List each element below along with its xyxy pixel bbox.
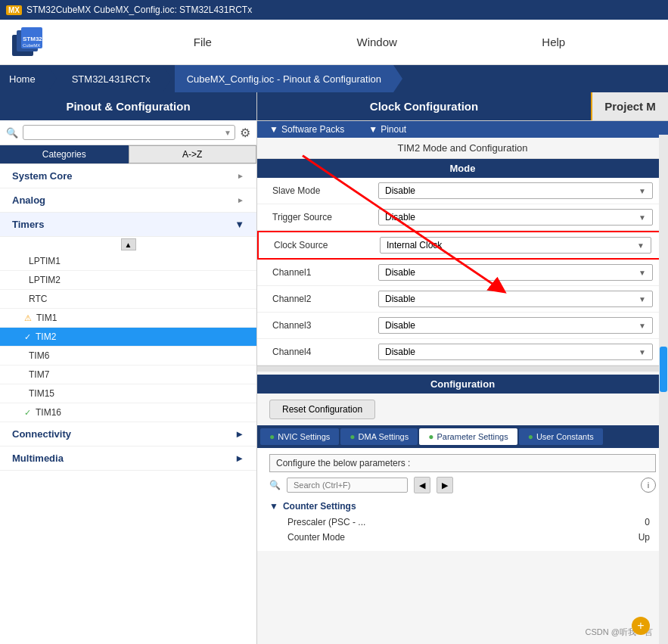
channel4-select[interactable]: Disable ▼ xyxy=(378,344,653,360)
breadcrumb-device[interactable]: STM32L431RCTx xyxy=(60,65,163,92)
channel1-row: Channel1 Disable ▼ xyxy=(257,260,668,286)
sidebar-item-tim6[interactable]: TIM6 xyxy=(0,347,256,366)
menu-bar: STM32 CubeMX File Window Help xyxy=(0,20,668,65)
trigger-source-select[interactable]: Disable ▼ xyxy=(378,209,653,226)
channel1-label: Channel1 xyxy=(272,267,378,278)
sidebar-item-rtc[interactable]: RTC xyxy=(0,290,256,309)
prescaler-value: 0 xyxy=(604,517,650,527)
channel4-row: Channel4 Disable ▼ xyxy=(257,339,668,366)
breadcrumb: Home STM32L431RCTx CubeMX_Config.ioc - P… xyxy=(0,65,668,92)
menu-help[interactable]: Help xyxy=(530,33,577,51)
tim2-title: TIM2 Mode and Configuration xyxy=(257,138,668,159)
settings-gear-button[interactable]: ⚙ xyxy=(240,126,250,140)
timers-chevron: ▼ xyxy=(235,219,244,230)
connectivity-header[interactable]: Connectivity ► xyxy=(0,422,256,446)
channel4-chevron: ▼ xyxy=(638,348,646,356)
counter-settings-header[interactable]: ▼ Counter Settings xyxy=(269,498,656,515)
prev-result-button[interactable]: ◀ xyxy=(414,477,430,493)
multimedia-header[interactable]: Multimedia ► xyxy=(0,446,256,471)
section-multimedia: Multimedia ► xyxy=(0,446,256,471)
scrollbar-thumb xyxy=(660,347,667,392)
sidebar-item-lptim2[interactable]: LPTIM2 xyxy=(0,271,256,290)
settings-tabs-row: ● NVIC Settings ● DMA Settings ● Paramet… xyxy=(257,425,668,448)
channel3-label: Channel3 xyxy=(272,320,378,331)
connectivity-chevron: ► xyxy=(235,428,244,440)
menu-file[interactable]: File xyxy=(182,33,224,51)
config-section: Configuration Reset Configuration ● NVIC… xyxy=(257,375,668,551)
slave-mode-select[interactable]: Disable ▼ xyxy=(378,182,653,199)
tab-categories[interactable]: Categories xyxy=(0,145,129,163)
content-area: TIM2 Mode and Configuration Mode Slave M… xyxy=(257,138,668,644)
breadcrumb-home[interactable]: Home xyxy=(0,65,48,92)
main-layout: Pinout & Configuration 🔍 ▼ ⚙ Categories … xyxy=(0,92,668,644)
title-text: STM32CubeMX CubeMX_Config.ioc: STM32L431… xyxy=(26,5,252,15)
system-core-header[interactable]: System Core ► xyxy=(0,164,256,188)
scroll-up-button[interactable]: ▲ xyxy=(121,238,136,250)
analog-chevron: ► xyxy=(237,196,244,204)
clock-source-row: Clock Source Internal Clock ▼ xyxy=(257,231,668,260)
reset-config-button[interactable]: Reset Configuration xyxy=(269,400,375,419)
clock-source-label: Clock Source xyxy=(274,240,380,250)
search-params-row: 🔍 ◀ ▶ i xyxy=(269,477,656,493)
tab-nvic[interactable]: ● NVIC Settings xyxy=(260,428,339,445)
sub-tabs: ▼ Software Packs ▼ Pinout xyxy=(257,121,668,138)
channel2-chevron: ▼ xyxy=(638,295,646,303)
tab-az[interactable]: A->Z xyxy=(129,145,257,163)
search-input[interactable] xyxy=(26,127,224,138)
right-panel-clock-tab[interactable]: Clock Configuration xyxy=(257,92,592,120)
search-wrap[interactable]: ▼ xyxy=(23,125,235,140)
sidebar-item-tim1[interactable]: ⚠ TIM1 xyxy=(0,309,256,328)
search-toolbar: 🔍 ▼ ⚙ xyxy=(0,120,256,145)
clock-source-select[interactable]: Internal Clock ▼ xyxy=(380,237,651,254)
tab-dma[interactable]: ● DMA Settings xyxy=(340,428,418,445)
system-core-chevron: ► xyxy=(237,172,244,180)
sidebar-list: System Core ► Analog ► Timers ▼ xyxy=(0,164,256,644)
prescaler-label: Prescaler (PSC - ... xyxy=(287,517,604,527)
stm32-logo: STM32 CubeMX xyxy=(12,27,42,58)
section-connectivity: Connectivity ► xyxy=(0,422,256,446)
sidebar-item-tim2[interactable]: ✓ TIM2 xyxy=(0,328,256,347)
svg-text:STM32: STM32 xyxy=(23,36,42,42)
section-system-core: System Core ► xyxy=(0,164,256,188)
svg-text:CubeMX: CubeMX xyxy=(23,43,40,48)
param-dot: ● xyxy=(428,431,433,442)
channel1-chevron: ▼ xyxy=(638,269,646,277)
add-button[interactable]: + xyxy=(632,617,650,635)
search-icon: 🔍 xyxy=(6,127,18,138)
info-button[interactable]: i xyxy=(641,478,656,493)
sidebar-item-tim15[interactable]: TIM15 xyxy=(0,384,256,403)
right-scrollbar[interactable] xyxy=(659,135,668,644)
tim2-check-icon: ✓ xyxy=(24,332,31,342)
right-panel: Clock Configuration Project M ▼ Software… xyxy=(257,92,668,644)
params-label: Configure the below parameters : xyxy=(269,454,656,472)
channel1-select[interactable]: Disable ▼ xyxy=(378,264,653,281)
channel2-row: Channel2 Disable ▼ xyxy=(257,286,668,313)
nvic-dot: ● xyxy=(269,431,275,442)
right-panel-project-tab[interactable]: Project M xyxy=(592,92,668,120)
channel3-chevron: ▼ xyxy=(638,322,646,330)
menu-window[interactable]: Window xyxy=(344,33,409,51)
tab-user-constants[interactable]: ● User Constants xyxy=(519,428,603,445)
channel2-label: Channel2 xyxy=(272,294,378,304)
search-params-input[interactable] xyxy=(287,478,408,493)
next-result-button[interactable]: ▶ xyxy=(437,477,453,493)
tab-parameter[interactable]: ● Parameter Settings xyxy=(419,428,517,445)
counter-mode-label: Counter Mode xyxy=(287,532,604,543)
timers-header[interactable]: Timers ▼ xyxy=(0,213,256,237)
tim1-warning-icon: ⚠ xyxy=(24,313,32,323)
breadcrumb-config[interactable]: CubeMX_Config.ioc - Pinout & Configurati… xyxy=(175,65,393,92)
mode-section-title: Mode xyxy=(257,159,668,178)
sidebar-item-tim16[interactable]: ✓ TIM16 xyxy=(0,403,256,422)
config-section-title: Configuration xyxy=(257,375,668,394)
dma-dot: ● xyxy=(350,431,355,442)
sidebar-item-lptim1[interactable]: LPTIM1 xyxy=(0,252,256,271)
sub-tab-pinout[interactable]: ▼ Pinout xyxy=(356,121,418,138)
channel2-select[interactable]: Disable ▼ xyxy=(378,291,653,307)
channel3-select[interactable]: Disable ▼ xyxy=(378,317,653,334)
analog-header[interactable]: Analog ► xyxy=(0,188,256,213)
sidebar-item-tim7[interactable]: TIM7 xyxy=(0,366,256,384)
sub-tab-software-packs[interactable]: ▼ Software Packs xyxy=(257,121,356,138)
channel4-label: Channel4 xyxy=(272,347,378,357)
channel3-row: Channel3 Disable ▼ xyxy=(257,313,668,339)
title-bar: MX STM32CubeMX CubeMX_Config.ioc: STM32L… xyxy=(0,0,668,20)
